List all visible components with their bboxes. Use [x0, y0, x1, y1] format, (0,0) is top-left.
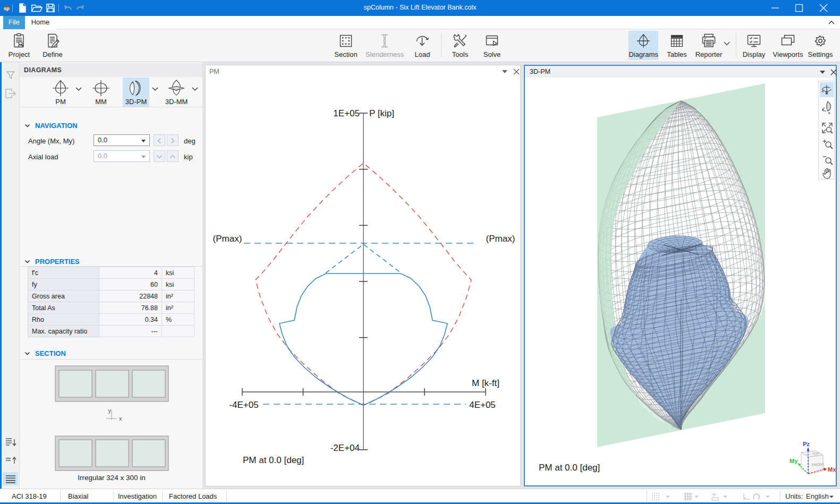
svg-text:(Pmax): (Pmax)	[213, 234, 242, 244]
svg-text:P [kip]: P [kip]	[369, 108, 394, 118]
svg-text:TOP: TOP	[812, 451, 819, 456]
svg-text:4E+05: 4E+05	[469, 400, 496, 410]
svg-text:Irregular 324 x 300 in: Irregular 324 x 300 in	[78, 474, 146, 482]
svg-text:My: My	[790, 458, 798, 464]
svg-text:PM at 0.0 [deg]: PM at 0.0 [deg]	[539, 463, 600, 473]
svg-text:-4E+05: -4E+05	[229, 400, 258, 410]
svg-text:1E+05: 1E+05	[333, 108, 360, 118]
svg-text:Mx: Mx	[828, 466, 836, 473]
svg-text:Pz: Pz	[803, 441, 810, 447]
svg-text:M [k-ft]: M [k-ft]	[472, 378, 499, 388]
svg-text:PM at 0.0 [deg]: PM at 0.0 [deg]	[243, 455, 304, 465]
svg-text:y: y	[108, 407, 112, 414]
svg-text:-2E+04: -2E+04	[330, 443, 360, 453]
svg-text:x: x	[119, 415, 122, 422]
svg-text:(Pmax): (Pmax)	[486, 234, 515, 244]
